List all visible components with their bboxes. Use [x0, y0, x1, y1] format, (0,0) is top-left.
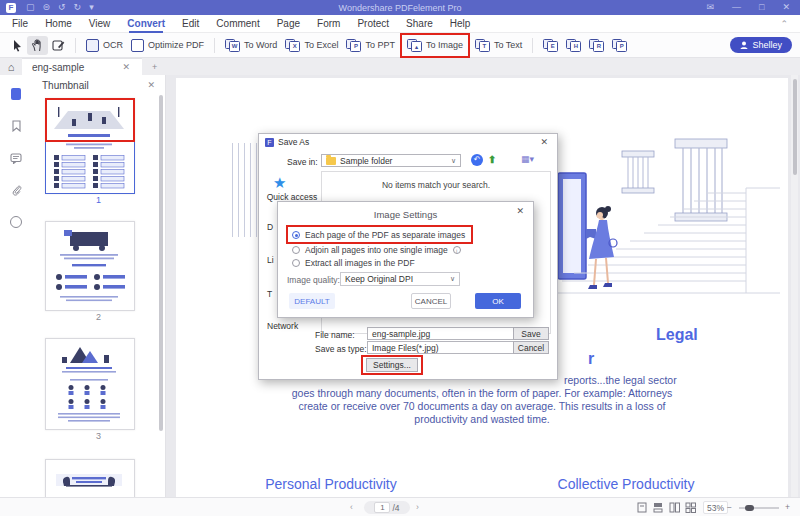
annotate-tool-button[interactable]: [48, 36, 69, 55]
menu-form[interactable]: Form: [317, 15, 340, 32]
menu-view[interactable]: View: [89, 15, 111, 32]
bookmark-panel-icon[interactable]: [9, 119, 23, 133]
view-two-page-icon[interactable]: [666, 502, 683, 513]
attachment-panel-icon[interactable]: [9, 183, 23, 197]
places-libraries-fragment[interactable]: Li: [267, 255, 274, 265]
to-html-button[interactable]: H: [562, 36, 585, 55]
close-panel-icon[interactable]: ✕: [147, 80, 155, 90]
previous-page-icon[interactable]: ‹: [350, 502, 353, 512]
to-rtf-button[interactable]: R: [585, 36, 608, 55]
optimize-pdf-button[interactable]: Optimize PDF: [127, 36, 208, 55]
zoom-in-icon[interactable]: +: [785, 502, 790, 512]
collapse-toolbar-icon[interactable]: ⌃: [780, 19, 788, 29]
image-quality-combobox[interactable]: Keep Original DPI ∨: [340, 272, 460, 286]
thumbnail-page-3[interactable]: [45, 338, 135, 430]
menu-edit[interactable]: Edit: [182, 15, 199, 32]
cancel-button[interactable]: Cancel: [513, 341, 549, 354]
menu-help[interactable]: Help: [450, 15, 471, 32]
menu-convert[interactable]: Convert: [127, 15, 165, 32]
to-text-button[interactable]: T To Text: [471, 36, 526, 55]
thumbnail-page-2[interactable]: [45, 221, 135, 311]
cancel-button[interactable]: CANCEL: [411, 293, 451, 309]
thumbnail-panel-icon[interactable]: [9, 87, 23, 101]
document-scrollbar-thumb[interactable]: [793, 79, 797, 175]
dialog-app-icon: F: [265, 138, 274, 147]
chevron-down-icon: ∨: [450, 275, 455, 283]
to-image-icon: ▴: [407, 39, 422, 52]
file-name-input[interactable]: eng-sample.jpg ∨: [367, 327, 527, 340]
home-tab-icon[interactable]: ⌂: [0, 61, 22, 73]
menu-file[interactable]: File: [12, 15, 28, 32]
select-tool-button[interactable]: [8, 36, 27, 55]
menu-protect[interactable]: Protect: [357, 15, 389, 32]
zoom-slider-handle[interactable]: [745, 505, 754, 511]
option-separate-images[interactable]: Each page of the PDF as separate images: [292, 230, 465, 240]
document-scrollbar-track[interactable]: [791, 75, 798, 497]
ok-button[interactable]: OK: [475, 293, 521, 309]
doc-heading-fragment-2: r: [588, 350, 594, 368]
to-rtf-icon: R: [589, 39, 604, 52]
zoom-level-value: 53%: [703, 501, 728, 514]
to-epub-button[interactable]: E: [539, 36, 562, 55]
radio-selected-icon[interactable]: [292, 231, 300, 239]
to-word-button[interactable]: W To Word: [221, 36, 281, 55]
places-network-label[interactable]: Network: [267, 321, 298, 331]
to-html-icon: H: [566, 39, 581, 52]
menu-share[interactable]: Share: [406, 15, 433, 32]
menu-comment[interactable]: Comment: [216, 15, 259, 32]
default-button[interactable]: DEFAULT: [289, 293, 335, 309]
thumbnail-scrollbar[interactable]: [159, 95, 163, 431]
chevron-down-icon: ∨: [451, 157, 456, 165]
save-as-title: Save As: [278, 137, 309, 147]
menu-home[interactable]: Home: [45, 15, 72, 32]
ocr-button[interactable]: OCR: [82, 36, 127, 55]
view-single-page-icon[interactable]: [634, 502, 650, 513]
image-settings-close-icon[interactable]: ✕: [513, 206, 527, 216]
thumbnail-page-4[interactable]: [45, 459, 135, 499]
comment-panel-icon[interactable]: [9, 151, 23, 165]
zoom-out-icon[interactable]: −: [727, 502, 732, 512]
next-page-icon[interactable]: ›: [416, 502, 419, 512]
file-name-label: File name:: [315, 330, 355, 340]
mail-icon[interactable]: ✉: [706, 0, 714, 15]
settings-button[interactable]: Settings...: [366, 358, 418, 372]
radio-icon[interactable]: [292, 259, 300, 267]
zoom-slider[interactable]: [739, 507, 779, 509]
page1-preview: [46, 99, 132, 191]
up-folder-icon[interactable]: ⬆: [488, 154, 496, 165]
close-tab-icon[interactable]: ✕: [118, 62, 134, 72]
back-folder-icon[interactable]: ↶: [471, 154, 483, 166]
option-single-image[interactable]: Adjoin all pages into one single image i: [292, 245, 461, 255]
radio-icon[interactable]: [292, 246, 300, 254]
thumbnail-page-1[interactable]: [45, 98, 135, 194]
hand-tool-button[interactable]: [27, 36, 48, 55]
page-3-label: 3: [32, 431, 165, 441]
view-grid-icon[interactable]: [682, 502, 699, 513]
to-pages-button[interactable]: P: [608, 36, 631, 55]
quick-access-star-icon[interactable]: ★: [273, 174, 286, 192]
view-continuous-icon[interactable]: [650, 502, 666, 513]
places-thispc-fragment[interactable]: T: [267, 289, 272, 299]
page-navigator[interactable]: 1 /4: [364, 501, 410, 514]
new-tab-icon[interactable]: +: [148, 62, 161, 72]
search-panel-icon[interactable]: [9, 215, 23, 229]
empty-folder-text: No items match your search.: [322, 180, 550, 190]
option-extract-images[interactable]: Extract all images in the PDF: [292, 258, 415, 268]
view-menu-icon[interactable]: ▦▾: [521, 154, 534, 164]
save-as-close-icon[interactable]: ✕: [537, 137, 551, 147]
thumbnail-panel-title: Thumbnail: [42, 80, 89, 91]
close-button[interactable]: ✕: [782, 0, 790, 15]
current-page-input[interactable]: 1: [374, 502, 390, 513]
to-ppt-button[interactable]: P To PPT: [342, 36, 399, 55]
to-excel-button[interactable]: X To Excel: [281, 36, 342, 55]
document-tab[interactable]: eng-sample ✕: [22, 58, 142, 75]
to-image-button[interactable]: ▴ To Image: [403, 36, 467, 55]
menu-page[interactable]: Page: [277, 15, 300, 32]
user-account-button[interactable]: Shelley: [730, 37, 792, 53]
maximize-button[interactable]: □: [759, 0, 764, 15]
places-desktop-fragment[interactable]: D: [267, 222, 273, 232]
save-as-type-combobox[interactable]: Image Files(*.jpg) ∨: [367, 341, 527, 354]
minimize-button[interactable]: —: [732, 0, 741, 15]
save-in-combobox[interactable]: Sample folder ∨: [321, 154, 461, 167]
save-button[interactable]: Save: [513, 327, 549, 340]
